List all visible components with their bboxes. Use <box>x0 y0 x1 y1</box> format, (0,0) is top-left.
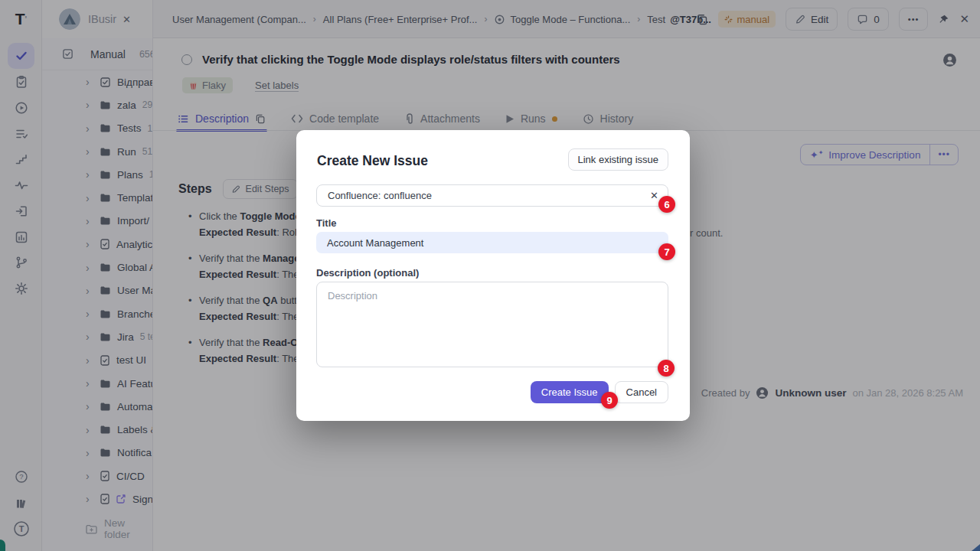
annotation-badge-6: 6 <box>658 196 675 213</box>
clear-selection-icon[interactable]: ✕ <box>650 190 658 201</box>
description-field-label: Description (optional) <box>316 267 419 279</box>
issue-description-textarea[interactable] <box>316 282 668 367</box>
integration-select-value: Confluence: confluence <box>328 190 432 201</box>
annotation-badge-9: 9 <box>601 392 618 409</box>
title-field-label: Title <box>316 217 337 229</box>
create-issue-button[interactable]: Create Issue <box>531 381 609 403</box>
annotation-badge-8: 8 <box>658 360 675 377</box>
cancel-button[interactable]: Cancel <box>615 381 668 403</box>
modal-title: Create New Issue <box>317 153 428 169</box>
app-window: T' ? <box>0 0 980 551</box>
link-existing-issue-button[interactable]: Link existing issue <box>568 148 669 171</box>
issue-title-input[interactable] <box>316 232 668 253</box>
integration-select[interactable]: Confluence: confluence ✕ <box>316 184 668 207</box>
create-new-issue-modal: Create New Issue Link existing issue Con… <box>296 130 690 421</box>
annotation-badge-7: 7 <box>658 243 675 260</box>
